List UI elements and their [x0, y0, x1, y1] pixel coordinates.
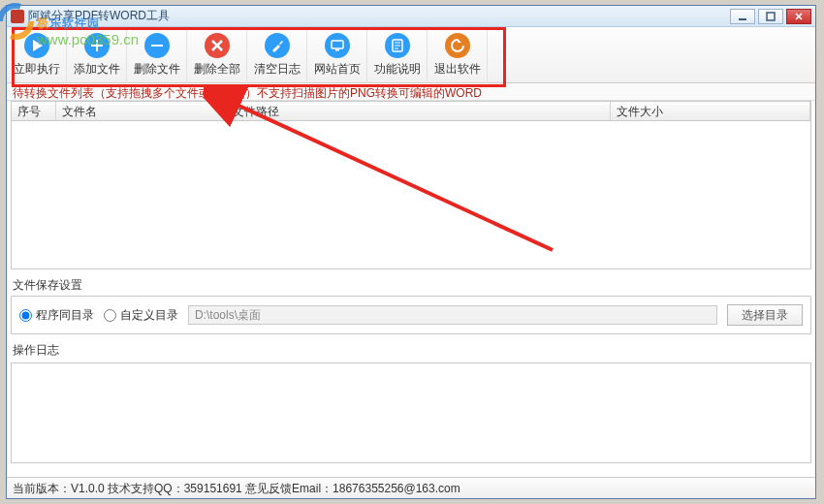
svg-rect-0 [739, 18, 746, 20]
play-icon [24, 33, 49, 58]
window-title: 阿斌分享PDF转WORD工具 [28, 8, 730, 24]
website-label: 网站首页 [314, 61, 361, 78]
table-header: 序号 文件名 文件路径 文件大小 [12, 102, 810, 121]
save-path-input[interactable] [188, 305, 717, 325]
svg-rect-10 [332, 41, 343, 48]
svg-rect-11 [335, 49, 339, 51]
col-name[interactable]: 文件名 [56, 102, 227, 120]
radio-same-dir[interactable]: 程序同目录 [19, 307, 94, 324]
maximize-button[interactable] [758, 9, 783, 24]
document-icon [385, 33, 410, 58]
col-path[interactable]: 文件路径 [227, 102, 611, 120]
log-body[interactable] [11, 362, 811, 463]
radio-custom-dir-label: 自定义目录 [120, 307, 178, 324]
monitor-icon [325, 33, 350, 58]
exit-label: 退出软件 [434, 61, 481, 78]
remove-label: 删除文件 [134, 61, 180, 78]
add-file-button[interactable]: 添加文件 [67, 27, 127, 83]
svg-rect-6 [91, 45, 103, 47]
help-button[interactable]: 功能说明 [367, 27, 428, 83]
remove-all-button[interactable]: 删除全部 [187, 27, 247, 83]
minus-icon [144, 33, 170, 58]
app-icon [11, 10, 24, 23]
brush-icon [265, 33, 290, 58]
clear-log-button[interactable]: 清空日志 [247, 27, 307, 83]
plus-icon [84, 33, 110, 58]
save-settings-title: 文件保存设置 [11, 275, 811, 296]
log-title: 操作日志 [11, 340, 811, 361]
website-button[interactable]: 网站首页 [307, 27, 367, 83]
browse-button[interactable]: 选择目录 [727, 304, 803, 326]
svg-marker-4 [33, 40, 43, 51]
save-settings-group: 文件保存设置 程序同目录 自定义目录 选择目录 [11, 275, 811, 334]
radio-same-dir-label: 程序同目录 [36, 307, 94, 324]
add-label: 添加文件 [74, 61, 120, 78]
file-list-hint: 待转换文件列表（支持拖拽多个文件或文件夹）不支持扫描图片的PNG转换可编辑的WO… [7, 83, 815, 101]
toolbar: 立即执行 添加文件 删除文件 删除全部 清空日志 网站首页 功能说明 退出软件 [7, 27, 815, 83]
remove-all-label: 删除全部 [194, 61, 240, 78]
radio-same-dir-input[interactable] [19, 309, 32, 322]
save-settings-body: 程序同目录 自定义目录 选择目录 [11, 296, 811, 334]
minimize-button[interactable] [730, 9, 755, 24]
remove-file-button[interactable]: 删除文件 [127, 27, 187, 83]
col-index[interactable]: 序号 [12, 102, 56, 120]
status-text: 当前版本：V1.0.0 技术支持QQ：359151691 意见反馈Email：1… [13, 482, 460, 495]
x-icon [205, 33, 230, 58]
help-label: 功能说明 [374, 61, 421, 78]
status-bar: 当前版本：V1.0.0 技术支持QQ：359151691 意见反馈Email：1… [7, 477, 815, 498]
run-button[interactable]: 立即执行 [7, 27, 67, 83]
col-size[interactable]: 文件大小 [611, 102, 810, 120]
svg-marker-16 [458, 39, 461, 43]
file-table: 序号 文件名 文件路径 文件大小 [11, 101, 811, 269]
window-controls [730, 9, 811, 24]
svg-rect-7 [151, 45, 163, 47]
clear-log-label: 清空日志 [254, 61, 301, 78]
radio-custom-dir[interactable]: 自定义目录 [104, 307, 178, 324]
close-button[interactable] [786, 9, 811, 24]
run-label: 立即执行 [14, 61, 60, 78]
svg-rect-1 [767, 13, 775, 20]
exit-button[interactable]: 退出软件 [428, 27, 488, 83]
app-window: 阿斌分享PDF转WORD工具 立即执行 添加文件 删除文件 删除全部 清空日志 [6, 5, 816, 499]
titlebar: 阿斌分享PDF转WORD工具 [7, 6, 815, 27]
log-group: 操作日志 [11, 340, 811, 463]
radio-custom-dir-input[interactable] [104, 309, 116, 322]
table-body[interactable] [12, 121, 810, 268]
exit-icon [445, 33, 470, 58]
